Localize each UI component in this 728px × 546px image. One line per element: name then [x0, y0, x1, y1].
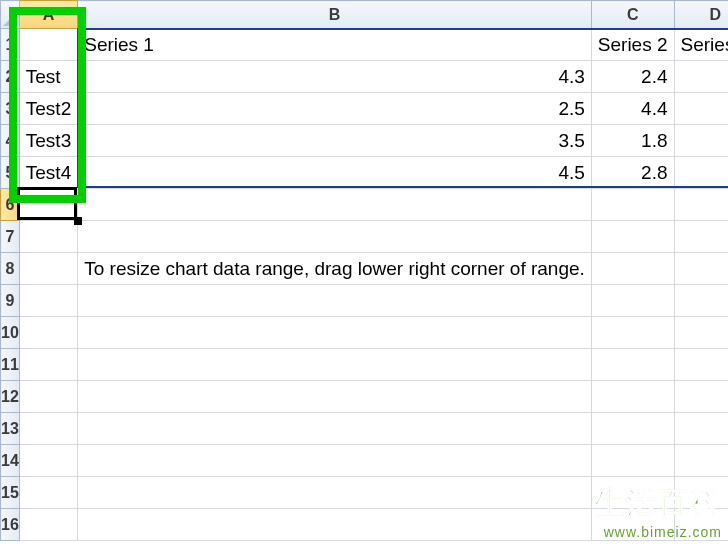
- cell-A7[interactable]: [19, 221, 77, 253]
- cell-B13[interactable]: [78, 413, 592, 445]
- cell-D12[interactable]: [674, 381, 728, 413]
- cell-B3[interactable]: 2.5: [78, 93, 592, 125]
- cell-B12[interactable]: [78, 381, 592, 413]
- cell-C2[interactable]: 2.4: [591, 61, 674, 93]
- column-header-B[interactable]: B: [78, 1, 592, 29]
- cell-B5[interactable]: 4.5: [78, 157, 592, 189]
- cell-D4[interactable]: 3: [674, 125, 728, 157]
- cell-A15[interactable]: [19, 477, 77, 509]
- column-header-C[interactable]: C: [591, 1, 674, 29]
- cell-D9[interactable]: [674, 285, 728, 317]
- cell-A10[interactable]: [19, 317, 77, 349]
- row-header-10[interactable]: 10: [1, 317, 20, 349]
- cell-B6[interactable]: [78, 189, 592, 221]
- cell-A9[interactable]: [19, 285, 77, 317]
- row-header-15[interactable]: 15: [1, 477, 20, 509]
- row-header-1[interactable]: 1: [1, 29, 20, 61]
- svg-marker-0: [3, 12, 17, 26]
- cell-A5[interactable]: Test4: [19, 157, 77, 189]
- row-header-13[interactable]: 13: [1, 413, 20, 445]
- cell-C16[interactable]: [591, 509, 674, 541]
- row-header-2[interactable]: 2: [1, 61, 20, 93]
- select-all-icon: [3, 12, 17, 26]
- cell-B2[interactable]: 4.3: [78, 61, 592, 93]
- cell-B11[interactable]: [78, 349, 592, 381]
- cell-C5[interactable]: 2.8: [591, 157, 674, 189]
- cell-D16[interactable]: [674, 509, 728, 541]
- cell-B1[interactable]: Series 1: [78, 29, 592, 61]
- cell-B14[interactable]: [78, 445, 592, 477]
- cell-A13[interactable]: [19, 413, 77, 445]
- row-header-3[interactable]: 3: [1, 93, 20, 125]
- cell-D13[interactable]: [674, 413, 728, 445]
- cell-D5[interactable]: 5: [674, 157, 728, 189]
- row-header-7[interactable]: 7: [1, 221, 20, 253]
- cell-A12[interactable]: [19, 381, 77, 413]
- row-header-5[interactable]: 5: [1, 157, 20, 189]
- cell-C3[interactable]: 4.4: [591, 93, 674, 125]
- cell-B16[interactable]: [78, 509, 592, 541]
- cell-A11[interactable]: [19, 349, 77, 381]
- row-header-12[interactable]: 12: [1, 381, 20, 413]
- cell-A6[interactable]: [19, 189, 77, 221]
- cell-D2[interactable]: 2: [674, 61, 728, 93]
- cell-A4[interactable]: Test3: [19, 125, 77, 157]
- cell-C6[interactable]: [591, 189, 674, 221]
- column-header-D[interactable]: D: [674, 1, 728, 29]
- cell-B15[interactable]: [78, 477, 592, 509]
- cell-A2[interactable]: Test: [19, 61, 77, 93]
- cell-C15[interactable]: [591, 477, 674, 509]
- cell-D6[interactable]: [674, 189, 728, 221]
- cell-D3[interactable]: 2: [674, 93, 728, 125]
- row-header-14[interactable]: 14: [1, 445, 20, 477]
- cell-C11[interactable]: [591, 349, 674, 381]
- cell-A16[interactable]: [19, 509, 77, 541]
- cell-D8[interactable]: [674, 253, 728, 285]
- cell-B9[interactable]: [78, 285, 592, 317]
- spreadsheet-grid[interactable]: ABCDEF1Series 1Series 2Series 32Test4.32…: [0, 0, 728, 541]
- cell-B7[interactable]: [78, 221, 592, 253]
- cell-C14[interactable]: [591, 445, 674, 477]
- cell-C8[interactable]: [591, 253, 674, 285]
- select-all-corner[interactable]: [1, 1, 20, 29]
- row-header-9[interactable]: 9: [1, 285, 20, 317]
- cell-B10[interactable]: [78, 317, 592, 349]
- cell-C12[interactable]: [591, 381, 674, 413]
- cell-C4[interactable]: 1.8: [591, 125, 674, 157]
- cell-A1[interactable]: [19, 29, 77, 61]
- row-header-4[interactable]: 4: [1, 125, 20, 157]
- column-header-A[interactable]: A: [19, 1, 77, 29]
- cell-B8[interactable]: To resize chart data range, drag lower r…: [78, 253, 592, 285]
- row-header-16[interactable]: 16: [1, 509, 20, 541]
- cell-D7[interactable]: [674, 221, 728, 253]
- cell-D1[interactable]: Series 3: [674, 29, 728, 61]
- cell-B4[interactable]: 3.5: [78, 125, 592, 157]
- cell-A14[interactable]: [19, 445, 77, 477]
- row-header-8[interactable]: 8: [1, 253, 20, 285]
- cell-A3[interactable]: Test2: [19, 93, 77, 125]
- cell-A8[interactable]: [19, 253, 77, 285]
- cell-D14[interactable]: [674, 445, 728, 477]
- cell-C1[interactable]: Series 2: [591, 29, 674, 61]
- cell-C13[interactable]: [591, 413, 674, 445]
- cell-D11[interactable]: [674, 349, 728, 381]
- cell-D15[interactable]: [674, 477, 728, 509]
- row-header-6[interactable]: 6: [1, 189, 20, 221]
- row-header-11[interactable]: 11: [1, 349, 20, 381]
- cell-C9[interactable]: [591, 285, 674, 317]
- cell-D10[interactable]: [674, 317, 728, 349]
- cell-C10[interactable]: [591, 317, 674, 349]
- cell-C7[interactable]: [591, 221, 674, 253]
